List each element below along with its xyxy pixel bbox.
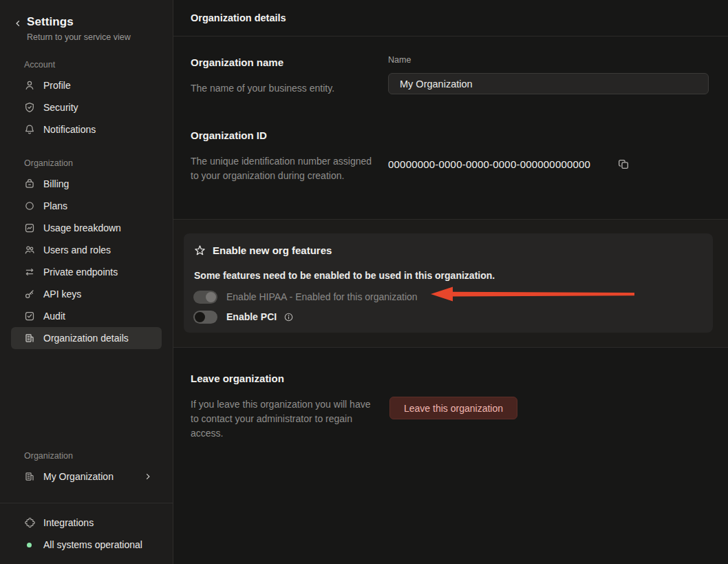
sidebar-item-profile[interactable]: Profile (11, 74, 162, 96)
sidebar-footer: Integrations All systems operational (0, 503, 173, 556)
panel-title: Organization details (191, 12, 286, 23)
organization-details-panel: Organization details Organization name T… (173, 0, 728, 564)
integrations-link[interactable]: Integrations (11, 512, 162, 534)
org-id-section-description: The unique identification number assigne… (191, 154, 375, 183)
sidebar-item-audit[interactable]: Audit (11, 305, 162, 327)
sidebar-item-notifications[interactable]: Notifications (11, 118, 162, 140)
users-icon (24, 244, 35, 255)
organization-name-input[interactable] (388, 73, 709, 94)
user-icon (24, 80, 35, 91)
org-switcher[interactable]: My Organization (11, 466, 162, 488)
sidebar-item-label: Plans (43, 200, 67, 211)
enable-new-org-features-card: Enable new org features Some features ne… (184, 233, 713, 333)
hipaa-toggle[interactable] (193, 291, 217, 304)
sidebar-item-label: Notifications (43, 124, 96, 135)
hipaa-toggle-row: Enable HIPAA - Enabled for this organiza… (193, 289, 418, 304)
sidebar-item-label: Users and roles (43, 244, 111, 255)
sidebar-item-organization-details[interactable]: Organization details (11, 327, 162, 349)
panel-header: Organization details (173, 0, 728, 36)
chart-icon (24, 222, 35, 233)
name-field-label: Name (388, 55, 411, 65)
organization-id-value: 00000000-0000-0000-0000-000000000000 (388, 158, 590, 170)
features-card-header: Enable new org features (194, 244, 332, 256)
copy-icon[interactable] (618, 158, 630, 170)
toggle-knob (195, 312, 205, 322)
toggle-knob (206, 292, 216, 302)
pci-toggle-row: Enable PCI (193, 309, 294, 324)
shield-check-icon (24, 102, 35, 113)
sidebar-item-label: Organization details (43, 333, 129, 344)
leave-section-description: If you leave this organization you will … (191, 397, 378, 441)
chevron-right-icon (144, 472, 152, 481)
sidebar-item-label: Security (43, 102, 78, 113)
features-card-title: Enable new org features (213, 244, 332, 256)
sidebar-item-security[interactable]: Security (11, 96, 162, 118)
settings-app: Settings Return to your service view Acc… (0, 0, 728, 564)
star-icon (194, 244, 206, 256)
return-link[interactable]: Return to your service view (27, 32, 131, 42)
sidebar-item-label: Profile (43, 80, 71, 91)
status-label: All systems operational (43, 539, 142, 550)
sidebar-item-private-endpoints[interactable]: Private endpoints (11, 261, 162, 283)
building-icon (24, 333, 35, 344)
sidebar-item-label: API keys (43, 289, 81, 300)
section-label-org-switcher: Organization (0, 451, 173, 461)
leave-organization-button[interactable]: Leave this organization (389, 397, 517, 419)
status-dot-icon (27, 543, 32, 547)
leave-section-title: Leave organization (191, 373, 284, 384)
page-title: Settings (27, 15, 131, 29)
sidebar-item-plans[interactable]: Plans (11, 195, 162, 217)
sidebar-item-label: Audit (43, 311, 65, 322)
sidebar-item-users-and-roles[interactable]: Users and roles (11, 239, 162, 261)
sidebar-item-label: Usage breakdown (43, 222, 121, 233)
puzzle-icon (24, 517, 35, 528)
org-name-section-title: Organization name (191, 56, 283, 68)
section-label-organization: Organization (0, 158, 173, 168)
sidebar-item-billing[interactable]: Billing (11, 173, 162, 195)
org-switcher-value: My Organization (43, 471, 114, 482)
org-id-section-title: Organization ID (191, 129, 267, 141)
hipaa-toggle-label: Enable HIPAA - Enabled for this organiza… (226, 291, 418, 302)
building-icon (24, 471, 35, 482)
sidebar-item-label: Billing (43, 178, 69, 189)
info-icon[interactable] (283, 312, 294, 322)
settings-sidebar: Settings Return to your service view Acc… (0, 0, 173, 564)
org-name-section-description: The name of your business entity. (191, 81, 334, 96)
sidebar-item-api-keys[interactable]: API keys (11, 283, 162, 305)
red-arrow-annotation-icon (429, 284, 636, 304)
sidebar-item-usage-breakdown[interactable]: Usage breakdown (11, 217, 162, 239)
audit-icon (24, 311, 35, 322)
swap-arrows-icon (24, 267, 35, 278)
system-status[interactable]: All systems operational (11, 534, 162, 556)
circle-icon (24, 200, 35, 211)
sidebar-item-label: Private endpoints (43, 267, 118, 278)
key-icon (24, 289, 35, 300)
back-chevron-icon[interactable] (14, 15, 22, 42)
pci-toggle-label: Enable PCI (226, 311, 277, 322)
sidebar-title-block: Settings Return to your service view (27, 15, 131, 42)
section-label-account: Account (0, 60, 173, 70)
billing-icon (24, 178, 35, 189)
bell-icon (24, 124, 35, 135)
sidebar-header: Settings Return to your service view (0, 0, 173, 42)
integrations-label: Integrations (43, 517, 94, 528)
pci-toggle[interactable] (193, 311, 217, 324)
features-card-description: Some features need to be enabled to be u… (194, 270, 495, 281)
sidebar-bottom: Organization My Organization Integration… (0, 433, 173, 556)
features-band: Enable new org features Some features ne… (173, 219, 728, 348)
